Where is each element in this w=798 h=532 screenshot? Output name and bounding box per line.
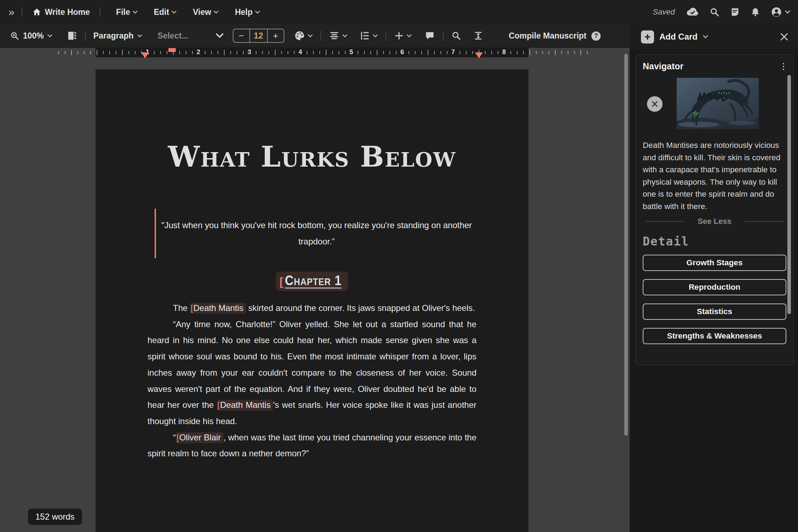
ruler-tick — [179, 51, 180, 54]
ruler-number: 4 — [299, 48, 302, 56]
chip-bracket: [ — [191, 303, 193, 313]
death-mantis-image[interactable] — [677, 78, 759, 129]
formatting-toolbar: 100% Paragraph Select... − 12 + — [0, 24, 630, 48]
alignment-dropdown[interactable] — [329, 30, 347, 41]
menu-edit[interactable]: Edit — [154, 7, 177, 17]
ruler-tick — [237, 51, 237, 54]
ruler-tick — [434, 51, 435, 54]
chip-bracket: [ — [177, 433, 179, 442]
home-icon — [32, 7, 41, 17]
account-avatar-icon[interactable] — [771, 6, 790, 18]
editor-area: 12345678 What Lurks Below "Just when you… — [0, 48, 630, 532]
editor-scrollbar[interactable] — [624, 54, 628, 436]
help-icon[interactable]: ? — [591, 31, 601, 41]
font-dropdown-chevron-icon[interactable] — [216, 33, 224, 38]
ruler-tick — [587, 51, 588, 54]
navigator-title: Navigator — [643, 61, 683, 71]
ruler-tick — [90, 51, 91, 54]
font-family-dropdown[interactable]: Select... — [158, 31, 216, 41]
ruler-number: 5 — [349, 48, 353, 56]
paragraph[interactable]: “Any time now, Charlotte!” Oliver yelled… — [148, 316, 476, 429]
epigraph-quote[interactable]: "Just when you think you've hit rock bot… — [155, 209, 477, 258]
text-color-dropdown[interactable] — [294, 30, 313, 41]
add-card-label: Add Card — [659, 32, 698, 42]
notifications-bell-icon[interactable] — [751, 7, 760, 17]
compile-manuscript-button[interactable]: Compile Manuscript ? — [509, 24, 601, 48]
top-menu-bar: » Write Home FileEditViewHelp Saved — [0, 0, 798, 24]
chevron-down-icon — [47, 34, 52, 37]
divider — [645, 221, 684, 222]
add-card-dropdown[interactable]: + Add Card — [641, 30, 708, 44]
panel-scrollbar[interactable] — [787, 75, 791, 314]
first-line-indent-marker[interactable] — [168, 48, 176, 52]
ruler-tick — [498, 51, 498, 54]
document-title[interactable]: What Lurks Below — [96, 140, 528, 173]
ruler-tick — [243, 51, 244, 54]
notes-icon[interactable] — [730, 7, 740, 17]
align-center-icon — [329, 30, 340, 41]
sidebar-expand-icon[interactable]: » — [8, 7, 14, 17]
zoom-control[interactable]: 100% — [10, 31, 52, 41]
card-description[interactable]: Death Mantises are notoriously vicious a… — [643, 139, 791, 213]
page-view-button[interactable] — [66, 30, 77, 41]
see-less-button[interactable]: See Less — [698, 217, 731, 226]
ruler-tick — [84, 51, 85, 54]
ruler-number: 3 — [248, 48, 251, 56]
manuscript-page[interactable]: What Lurks Below "Just when you think yo… — [96, 69, 528, 532]
font-size-value[interactable]: 12 — [250, 29, 267, 42]
ruler-tick — [396, 51, 397, 54]
find-in-document-button[interactable] — [451, 31, 461, 41]
chapter-heading: [ Chapter 1 — [96, 272, 528, 291]
font-size-decrease-button[interactable]: − — [233, 29, 250, 42]
ruler-tick — [447, 51, 447, 54]
write-home-button[interactable]: Write Home — [32, 7, 90, 17]
ruler-tick — [364, 51, 365, 54]
line-spacing-dropdown[interactable] — [359, 30, 378, 41]
ruler-number: 7 — [451, 48, 455, 56]
ruler-tick — [574, 51, 575, 54]
ruler-tick — [77, 51, 78, 54]
ruler-tick — [523, 51, 524, 54]
word-count-badge[interactable]: 152 words — [28, 509, 82, 525]
entity-chip[interactable]: [Death Mantis — [217, 400, 273, 411]
kebab-menu-icon[interactable] — [781, 62, 786, 71]
comment-button[interactable] — [424, 30, 435, 41]
ruler-tick — [549, 51, 549, 54]
paragraph-style-dropdown[interactable]: Paragraph — [93, 31, 142, 41]
detail-button-reproduction[interactable]: Reproduction — [643, 279, 786, 295]
color-palette-icon — [294, 30, 305, 41]
ruler-tick — [313, 51, 314, 54]
detail-button-strengths-weaknesses[interactable]: Strengths & Weaknesses — [643, 328, 786, 344]
entity-chip[interactable]: [Death Mantis — [190, 303, 246, 314]
menu-view[interactable]: View — [193, 7, 219, 17]
ruler-tick — [58, 51, 59, 54]
paragraph[interactable]: The [Death Mantis skirted around the cor… — [148, 300, 476, 316]
insert-dropdown[interactable] — [394, 31, 412, 41]
entity-chip[interactable]: [Oliver Blair — [176, 432, 223, 443]
body-text[interactable]: The [Death Mantis skirted around the cor… — [148, 300, 476, 462]
left-indent-marker[interactable] — [141, 52, 149, 58]
ruler-tick — [568, 51, 568, 54]
ruler-tick — [383, 51, 384, 54]
close-panel-icon[interactable] — [780, 32, 789, 41]
detail-button-statistics[interactable]: Statistics — [643, 303, 786, 320]
write-home-label: Write Home — [45, 7, 90, 17]
menu-row: FileEditViewHelp — [116, 7, 260, 17]
chevron-down-icon — [133, 11, 138, 14]
remove-image-button[interactable] — [647, 96, 663, 112]
menu-help[interactable]: Help — [235, 7, 260, 17]
ruler-tick — [154, 51, 155, 54]
right-indent-marker[interactable] — [475, 52, 483, 58]
ruler-tick — [339, 51, 339, 54]
font-size-increase-button[interactable]: + — [267, 29, 284, 42]
chapter-link-chip[interactable]: [ Chapter 1 — [276, 272, 348, 291]
typewriter-scroll-button[interactable] — [473, 31, 483, 41]
menu-file[interactable]: File — [116, 7, 138, 17]
line-spacing-icon — [359, 30, 370, 41]
paragraph[interactable]: “[Oliver Blair, when was the last time y… — [148, 429, 476, 462]
divider — [320, 31, 321, 41]
search-icon[interactable] — [710, 7, 719, 17]
zoom-level-label: 100% — [23, 31, 44, 41]
detail-button-growth-stages[interactable]: Growth Stages — [643, 255, 786, 271]
chip-bracket: [ — [279, 275, 283, 288]
